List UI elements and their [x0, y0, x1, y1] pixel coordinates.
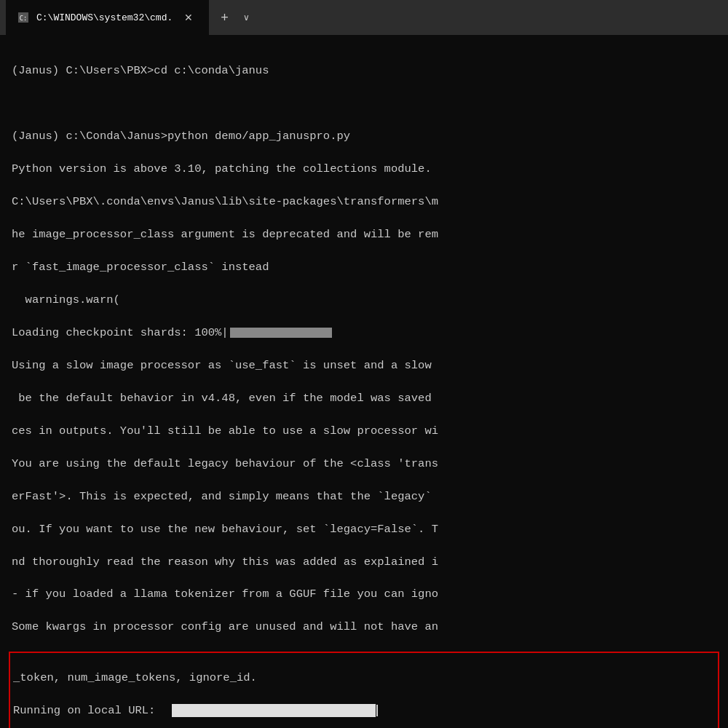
terminal-line: ou. If you want to use the new behaviour… — [12, 521, 716, 537]
terminal-line: You are using the default legacy behavio… — [12, 456, 716, 472]
redacted-url — [172, 704, 376, 717]
active-tab[interactable]: C: C:\WINDOWS\system32\cmd. ✕ — [6, 0, 209, 35]
svg-text:C:: C: — [20, 15, 28, 22]
terminal-body[interactable]: (Janus) C:\Users\PBX>cd c:\conda\janus (… — [0, 35, 728, 728]
terminal-line: warnings.warn( — [12, 292, 716, 308]
close-tab-button[interactable]: ✕ — [180, 10, 197, 25]
terminal-line: r `fast_image_processor_class` instead — [12, 259, 716, 275]
terminal-line: _token, num_image_tokens, ignore_id. — [13, 670, 715, 686]
terminal-line: erFast'>. This is expected, and simply m… — [12, 488, 716, 505]
tab-dropdown-button[interactable]: ∨ — [237, 9, 256, 25]
terminal-line: ces in outputs. You'll still be able to … — [12, 423, 716, 439]
terminal-line: (Janus) c:\Conda\Janus>python demo/app_j… — [12, 128, 716, 144]
terminal-line: nd thoroughly read the reason why this w… — [12, 554, 716, 570]
tab-label: C:\WINDOWS\system32\cmd. — [36, 12, 173, 23]
add-tab-button[interactable]: + — [212, 7, 237, 28]
progress-bar — [230, 328, 332, 338]
cmd-icon: C: — [17, 12, 29, 23]
terminal-window: C: C:\WINDOWS\system32\cmd. ✕ + ∨ (Janus… — [0, 0, 728, 728]
terminal-line: C:\Users\PBX\.conda\envs\Janus\lib\site-… — [12, 194, 716, 210]
terminal-line: Python version is above 3.10, patching t… — [12, 161, 716, 177]
terminal-line: Running on local URL: — [13, 703, 715, 719]
terminal-line: he image_processor_class argument is dep… — [12, 226, 716, 242]
highlighted-section: _token, num_image_tokens, ignore_id. Run… — [9, 652, 719, 728]
terminal-line: Loading checkpoint shards: 100%| — [12, 325, 716, 341]
terminal-line: (Janus) C:\Users\PBX>cd c:\conda\janus — [12, 63, 716, 79]
terminal-line: be the default behavior in v4.48, even i… — [12, 390, 716, 406]
terminal-line — [12, 95, 716, 111]
terminal-line: - if you loaded a llama tokenizer from a… — [12, 586, 716, 602]
cursor — [376, 705, 378, 716]
terminal-line: Using a slow image processor as `use_fas… — [12, 357, 716, 373]
title-bar: C: C:\WINDOWS\system32\cmd. ✕ + ∨ — [0, 0, 728, 35]
terminal-line: Some kwargs in processor config are unus… — [12, 619, 716, 635]
